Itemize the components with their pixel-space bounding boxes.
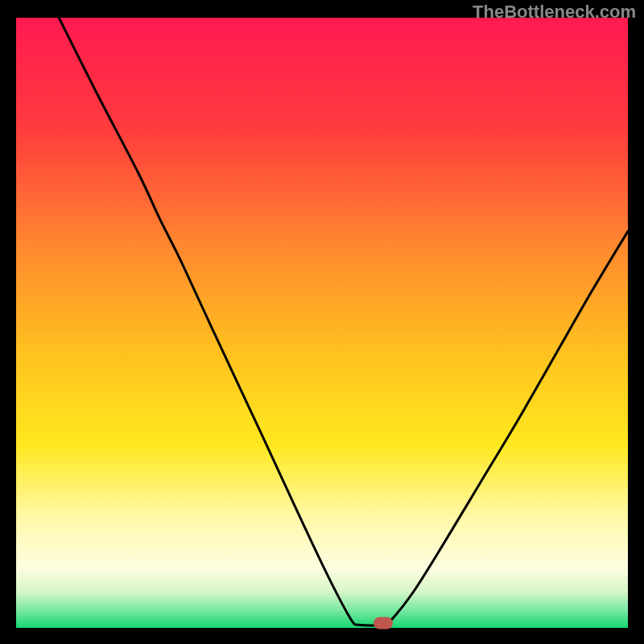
optimal-marker bbox=[374, 617, 393, 629]
plot-area bbox=[16, 18, 628, 628]
watermark-text: TheBottleneck.com bbox=[473, 2, 636, 23]
chart-svg bbox=[16, 18, 628, 628]
chart-frame: TheBottleneck.com bbox=[0, 0, 644, 644]
gradient-background bbox=[16, 18, 628, 628]
